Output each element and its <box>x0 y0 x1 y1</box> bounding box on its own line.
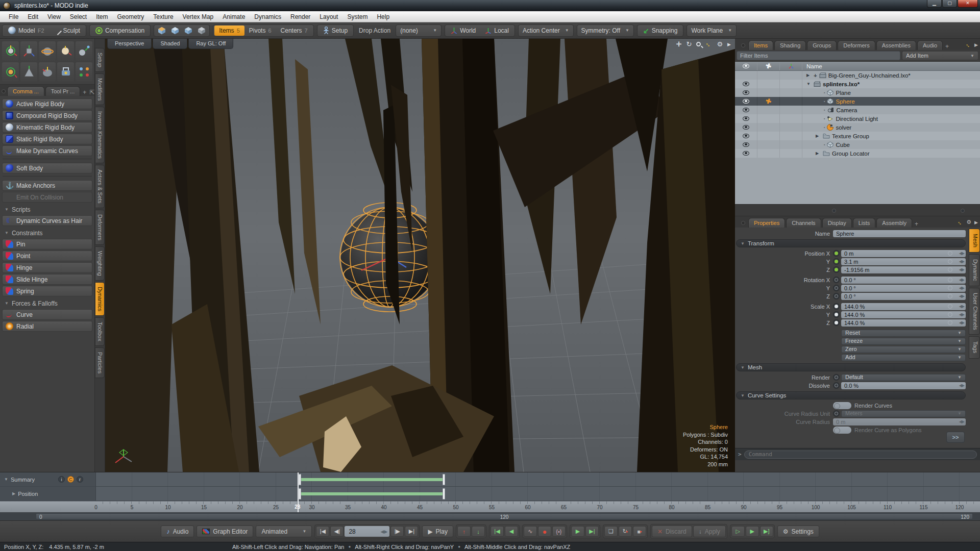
item-row[interactable]: ▪ Directional Light <box>735 114 980 123</box>
graph-editor-button[interactable]: Graph Editor <box>197 525 253 537</box>
menu-render[interactable]: Render <box>286 11 315 22</box>
add-tab-icon[interactable]: + <box>81 89 88 96</box>
panel-menu-icon[interactable] <box>2 89 6 93</box>
tool-icon[interactable] <box>76 41 92 61</box>
local-axis-button[interactable]: Local <box>480 26 513 36</box>
channel-state-icon[interactable] <box>833 382 840 389</box>
menu-file[interactable]: File <box>4 11 23 22</box>
tab-lists[interactable]: Lists <box>853 218 876 228</box>
tool-icon[interactable] <box>39 62 56 82</box>
menu-system[interactable]: System <box>342 11 372 22</box>
add-item-button[interactable]: Add Item▼ <box>902 51 978 60</box>
work-plane-select[interactable]: Work Plane▼ <box>687 24 737 37</box>
vtab-weighting[interactable]: Weighting <box>95 246 105 281</box>
maximize-viewport-icon[interactable]: ↔ <box>704 39 714 49</box>
redo-time-icon[interactable]: ↓ <box>472 526 485 537</box>
visibility-icon[interactable] <box>743 151 749 156</box>
rotation-z-field[interactable]: 0.0 °◀▶ <box>841 293 966 300</box>
prev-key-start-icon[interactable]: |◀ <box>491 526 504 537</box>
position-y-field[interactable]: 3.1 m◀▶ <box>841 258 966 265</box>
section-constraints[interactable]: ▼Constraints <box>2 228 93 238</box>
cmd-make-anchors[interactable]: ⚓Make Anchors <box>2 180 92 191</box>
visibility-icon[interactable] <box>743 134 749 138</box>
tab-audio[interactable]: Audio <box>917 40 943 50</box>
cmd-radial-force[interactable]: Radial <box>2 321 92 332</box>
cmd-spring[interactable]: Spring <box>2 286 92 296</box>
cmd-kinematic-rigid-body[interactable]: Kinematic Rigid Body <box>2 122 92 133</box>
reset-button[interactable]: Reset▼ <box>841 330 966 337</box>
item-row[interactable]: ▪ solver <box>735 123 980 132</box>
menu-geometry[interactable]: Geometry <box>113 11 149 22</box>
visibility-icon[interactable] <box>743 125 749 130</box>
cmd-pin[interactable]: Pin <box>2 239 92 249</box>
curve-settings-header[interactable]: ▼Curve Settings <box>736 391 966 399</box>
visibility-icon[interactable] <box>743 108 749 112</box>
cube-mode-icon[interactable] <box>182 26 195 36</box>
go-to-start-button[interactable]: |◀ <box>316 526 329 537</box>
tab-groups[interactable]: Groups <box>807 40 837 50</box>
stab-mesh[interactable]: Mesh <box>969 229 980 253</box>
expander-icon[interactable]: ▼ <box>806 82 812 86</box>
tab-assemblies[interactable]: Assemblies <box>876 40 916 50</box>
visibility-icon[interactable] <box>743 99 749 104</box>
rig-badge[interactable]: r <box>77 476 83 483</box>
add-button[interactable]: Add▼ <box>841 354 966 361</box>
tool-icon[interactable] <box>2 62 19 82</box>
expand-panel-icon[interactable]: ↔ <box>964 41 972 49</box>
tool-icon[interactable] <box>20 62 37 82</box>
menu-item[interactable]: Item <box>91 11 112 22</box>
go-to-end-button[interactable]: ▶| <box>405 526 418 537</box>
stab-tags[interactable]: Tags <box>969 336 980 358</box>
add-tab-icon[interactable]: + <box>913 220 920 228</box>
add-tab-icon[interactable]: + <box>944 43 950 50</box>
item-row[interactable]: ▪ Camera <box>735 106 980 114</box>
channel-state-icon[interactable] <box>833 285 840 291</box>
rotation-y-field[interactable]: 0.0 °◀▶ <box>841 285 966 292</box>
items-mode-button[interactable]: Items5 <box>214 26 244 36</box>
channel-state-icon[interactable] <box>833 277 840 283</box>
rotation-x-field[interactable]: 0.0 °◀▶ <box>841 277 966 284</box>
tool-icon[interactable] <box>76 62 92 82</box>
tab-deformers[interactable]: Deformers <box>838 40 875 50</box>
section-forces-falloffs[interactable]: ▼Forces & Falloffs <box>2 298 93 308</box>
section-scripts[interactable]: ▼Scripts <box>2 205 93 214</box>
record-icon[interactable]: ● <box>538 526 551 537</box>
menu-vertex-map[interactable]: Vertex Map <box>178 11 218 22</box>
menu-texture[interactable]: Texture <box>149 11 178 22</box>
collapse-icon[interactable]: ▼ <box>4 477 8 482</box>
tab-tool-properties[interactable]: Tool Pr ... <box>45 86 80 96</box>
pan-icon[interactable]: ✛ <box>676 40 682 48</box>
tab-assembly[interactable]: Assembly <box>876 218 912 228</box>
stop-mark-icon[interactable]: ■● <box>633 526 646 537</box>
menu-help[interactable]: Help <box>372 11 394 22</box>
position-track[interactable] <box>96 487 980 500</box>
cmd-active-rigid-body[interactable]: Active Rigid Body <box>2 98 92 109</box>
name-field[interactable]: Sphere <box>833 230 966 237</box>
compensation-button[interactable]: Compensation <box>91 26 149 36</box>
more-options-button[interactable]: >> <box>946 432 965 443</box>
menu-view[interactable]: View <box>43 11 65 22</box>
next-key-icon[interactable]: ▶ <box>571 526 584 537</box>
send-to-icon[interactable]: ▶] <box>760 526 773 537</box>
setup-mode-button[interactable]: Setup <box>318 26 352 36</box>
pinned-icon[interactable]: ✚ <box>765 97 772 106</box>
item-row[interactable]: ▪ Cube <box>735 140 980 149</box>
channel-state-icon[interactable] <box>833 374 840 381</box>
range-slider[interactable]: 0 120 120 <box>36 513 973 519</box>
item-row[interactable]: ▶ Texture Group <box>735 132 980 140</box>
filter-items-input[interactable] <box>737 51 900 60</box>
viewport-3d[interactable]: Perspective Shaded Ray GL: Off ✛ ↻ ↔ ⚙ ▶… <box>105 39 735 472</box>
panel-more-icon[interactable]: ▶ <box>974 42 978 47</box>
action-center-select[interactable]: Action Center▼ <box>518 24 574 37</box>
tool-icon[interactable] <box>39 41 56 61</box>
expander-icon[interactable]: ▶ <box>806 73 812 78</box>
snapping-button[interactable]: ↙ Snapping <box>639 26 682 36</box>
visibility-icon[interactable] <box>743 90 749 95</box>
keyframe-marker[interactable] <box>299 474 301 485</box>
tab-properties[interactable]: Properties <box>748 218 785 228</box>
cmd-soft-body[interactable]: Soft Body <box>2 163 92 173</box>
pivots-mode-button[interactable]: Pivots6 <box>244 26 276 36</box>
cmd-make-dynamic-curves[interactable]: Make Dynamic Curves <box>2 145 92 156</box>
sculpt-tab[interactable]: Sculpt <box>49 26 85 36</box>
undo-time-icon[interactable]: ↑ <box>457 526 471 537</box>
